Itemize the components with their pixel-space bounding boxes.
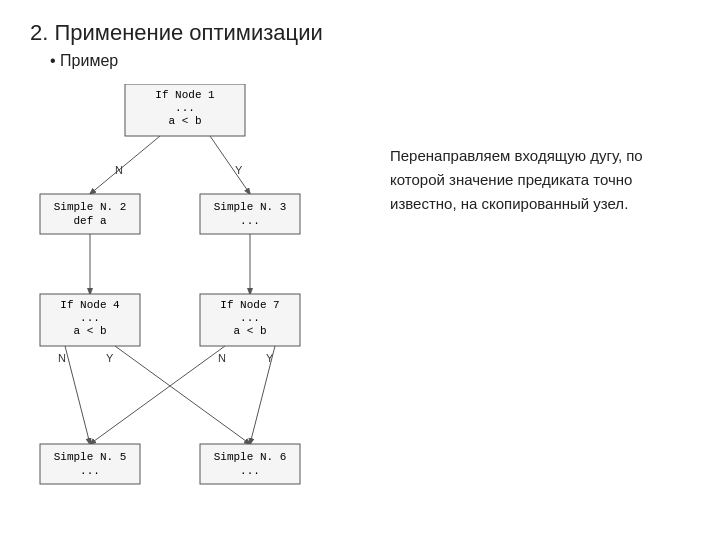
diagram-svg: If Node 1 ... a < b N Y Simple N. 2 def … xyxy=(30,84,370,504)
svg-text:def a: def a xyxy=(73,215,106,227)
svg-text:Y: Y xyxy=(235,164,243,176)
svg-text:a < b: a < b xyxy=(73,325,106,337)
svg-text:...: ... xyxy=(240,312,260,324)
svg-text:...: ... xyxy=(240,215,260,227)
main-content: If Node 1 ... a < b N Y Simple N. 2 def … xyxy=(30,84,690,504)
svg-line-4 xyxy=(90,136,160,194)
svg-text:N: N xyxy=(115,164,123,176)
svg-line-31 xyxy=(250,346,275,444)
svg-line-29 xyxy=(115,346,250,444)
svg-text:...: ... xyxy=(80,465,100,477)
svg-text:Y: Y xyxy=(106,352,114,364)
svg-line-6 xyxy=(210,136,250,194)
svg-rect-11 xyxy=(200,194,300,234)
svg-text:N: N xyxy=(218,352,226,364)
page-title: 2. Применение оптимизации xyxy=(30,20,690,46)
svg-rect-8 xyxy=(40,194,140,234)
subtitle: • Пример xyxy=(50,52,690,70)
svg-text:Simple N. 5: Simple N. 5 xyxy=(54,451,127,463)
description: Перенаправляем входящую дугу, по которой… xyxy=(390,84,690,216)
svg-rect-35 xyxy=(200,444,300,484)
svg-text:N: N xyxy=(58,352,66,364)
svg-text:...: ... xyxy=(240,465,260,477)
svg-text:Simple N. 2: Simple N. 2 xyxy=(54,201,127,213)
svg-line-28 xyxy=(65,346,90,444)
svg-text:Simple N. 3: Simple N. 3 xyxy=(214,201,287,213)
svg-rect-32 xyxy=(40,444,140,484)
svg-text:If Node 4: If Node 4 xyxy=(60,299,120,311)
diagram: If Node 1 ... a < b N Y Simple N. 2 def … xyxy=(30,84,370,504)
svg-text:Simple N. 6: Simple N. 6 xyxy=(214,451,287,463)
svg-text:a < b: a < b xyxy=(168,115,201,127)
svg-text:...: ... xyxy=(175,102,195,114)
svg-text:a < b: a < b xyxy=(233,325,266,337)
svg-text:...: ... xyxy=(80,312,100,324)
svg-text:If Node 1: If Node 1 xyxy=(155,89,215,101)
svg-text:If Node 7: If Node 7 xyxy=(220,299,279,311)
